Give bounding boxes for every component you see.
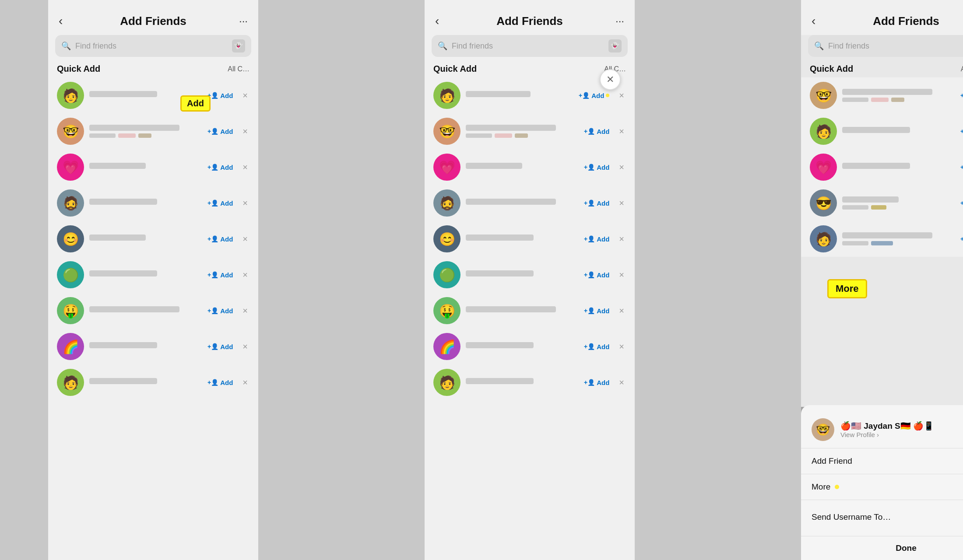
search-input-3[interactable]: Find friends xyxy=(828,42,963,51)
search-bar-1[interactable]: 🔍 Find friends 👻 xyxy=(55,35,251,57)
context-profile: 🤓 🍎🇺🇸 Jaydan S🇩🇪 🍎📱 View Profile › xyxy=(801,414,963,448)
friend-item: 🤓 +👤 Add × xyxy=(48,113,258,149)
add-friend-button[interactable]: +👤 Add xyxy=(960,92,963,99)
more-menu-button-1[interactable]: ··· xyxy=(230,15,248,27)
add-friend-button[interactable]: +👤 Add xyxy=(584,379,609,386)
add-friend-button[interactable]: +👤 Add xyxy=(960,200,963,207)
friend-item: 😊 +👤 Add × xyxy=(425,221,635,257)
friend-info xyxy=(89,234,202,243)
dismiss-button[interactable]: × xyxy=(617,378,626,388)
friend-name-bar xyxy=(466,342,534,348)
add-friend-button[interactable]: +👤 Add xyxy=(207,92,233,99)
friend-info xyxy=(89,378,202,387)
friend-name-bar xyxy=(466,91,531,97)
sub-bar xyxy=(515,133,528,138)
dismiss-button[interactable]: × xyxy=(241,306,250,316)
add-friend-button[interactable]: +👤 Add xyxy=(207,379,233,386)
all-contacts-link-3[interactable]: All Contacts › xyxy=(961,65,963,73)
yellow-dot xyxy=(606,94,609,97)
dismiss-button[interactable]: × xyxy=(241,126,250,136)
dismiss-button[interactable]: × xyxy=(617,342,626,352)
friend-item: 🤑 +👤 Add × xyxy=(425,293,635,329)
add-friend-button[interactable]: +👤 Add xyxy=(584,307,609,315)
add-label: Add xyxy=(597,343,609,350)
sub-bar xyxy=(466,133,492,138)
view-profile-label: View Profile xyxy=(840,431,875,438)
friend-sub-info xyxy=(89,133,202,138)
back-button-1[interactable]: ‹ xyxy=(59,14,76,28)
done-button[interactable]: Done xyxy=(801,536,963,560)
add-friend-button[interactable]: +👤 Add xyxy=(584,271,609,279)
dismiss-button[interactable]: × xyxy=(241,91,250,101)
add-friend-menu-item[interactable]: Add Friend xyxy=(801,448,963,474)
friend-list-1: 🧑 +👤 Add × 🤓 xyxy=(48,77,258,560)
search-input-1[interactable]: Find friends xyxy=(75,42,228,51)
add-friend-button[interactable]: +👤 Add xyxy=(584,200,609,207)
all-contacts-link-2[interactable]: All C… xyxy=(604,65,626,73)
friend-name-bar xyxy=(89,234,146,241)
add-plus-icon: +👤 xyxy=(207,92,218,99)
add-label: Add xyxy=(597,271,609,279)
avatar: 🧑 xyxy=(433,82,460,109)
quick-add-title-2: Quick Add xyxy=(433,64,477,74)
friend-item: 🧑 +👤 Add × xyxy=(48,364,258,400)
search-bar-3[interactable]: 🔍 Find friends 👻 xyxy=(808,35,963,57)
dismiss-button[interactable]: × xyxy=(241,198,250,208)
add-friend-button[interactable]: +👤 Add xyxy=(579,92,609,99)
add-plus-icon: +👤 xyxy=(584,271,595,278)
add-friend-button[interactable]: +👤 Add xyxy=(207,307,233,315)
dismiss-button[interactable]: × xyxy=(617,234,626,244)
add-friend-button[interactable]: +👤 Add xyxy=(960,235,963,243)
friend-info xyxy=(842,89,955,102)
friend-info xyxy=(842,163,955,172)
search-input-2[interactable]: Find friends xyxy=(452,42,604,51)
add-friend-button[interactable]: +👤 Add xyxy=(584,164,609,171)
add-friend-button[interactable]: +👤 Add xyxy=(207,235,233,243)
friend-info xyxy=(466,199,579,207)
view-profile-link[interactable]: View Profile › xyxy=(840,431,934,438)
add-friend-button[interactable]: +👤 Add xyxy=(960,128,963,135)
all-contacts-link-1[interactable]: All C… xyxy=(228,65,250,73)
search-icon-3: 🔍 xyxy=(814,41,824,51)
dismiss-button[interactable]: × xyxy=(617,91,626,101)
dismiss-button[interactable]: × xyxy=(241,270,250,280)
add-friend-button[interactable]: +👤 Add xyxy=(207,271,233,279)
add-friend-button[interactable]: +👤 Add xyxy=(207,343,233,350)
dismiss-button[interactable]: × xyxy=(617,306,626,316)
add-friend-button[interactable]: +👤 Add xyxy=(584,235,609,243)
dismiss-button[interactable]: × xyxy=(241,162,250,172)
friend-item: 🌈 +👤 Add × xyxy=(425,329,635,364)
add-plus-icon: +👤 xyxy=(960,235,963,242)
avatar: 🌈 xyxy=(433,333,460,360)
avatar: 💗 xyxy=(810,154,837,181)
avatar: 🧑 xyxy=(57,82,84,109)
dismiss-button[interactable]: × xyxy=(617,270,626,280)
friend-info xyxy=(89,91,202,100)
dismiss-button[interactable]: × xyxy=(241,378,250,388)
more-menu-item[interactable]: More xyxy=(801,474,963,500)
add-friend-button[interactable]: +👤 Add xyxy=(960,164,963,171)
back-button-3[interactable]: ‹ xyxy=(812,14,829,28)
avatar: 😎 xyxy=(810,189,837,217)
avatar: 🧔 xyxy=(57,189,84,217)
add-friend-button[interactable]: +👤 Add xyxy=(207,200,233,207)
dismiss-button[interactable]: × xyxy=(617,198,626,208)
add-friend-button[interactable]: +👤 Add xyxy=(584,128,609,135)
friend-name-bar xyxy=(89,306,179,312)
more-label: More xyxy=(812,482,830,492)
friend-name-bar xyxy=(89,91,157,97)
sub-bar xyxy=(842,205,868,210)
more-menu-button-2[interactable]: ··· xyxy=(607,15,624,27)
send-username-menu-item[interactable]: Send Username To… ➤ xyxy=(801,500,963,534)
dismiss-button[interactable]: × xyxy=(241,342,250,352)
add-friend-button[interactable]: +👤 Add xyxy=(584,343,609,350)
search-bar-2[interactable]: 🔍 Find friends 👻 xyxy=(432,35,628,57)
dismiss-button[interactable]: × xyxy=(617,162,626,172)
dismiss-button[interactable]: × xyxy=(617,126,626,136)
dismiss-button[interactable]: × xyxy=(241,234,250,244)
add-friend-button[interactable]: +👤 Add xyxy=(207,164,233,171)
add-label: Add xyxy=(591,92,604,99)
friend-item: 🟢 +👤 Add × xyxy=(425,257,635,293)
add-friend-button[interactable]: +👤 Add xyxy=(207,128,233,135)
back-button-2[interactable]: ‹ xyxy=(435,14,453,28)
